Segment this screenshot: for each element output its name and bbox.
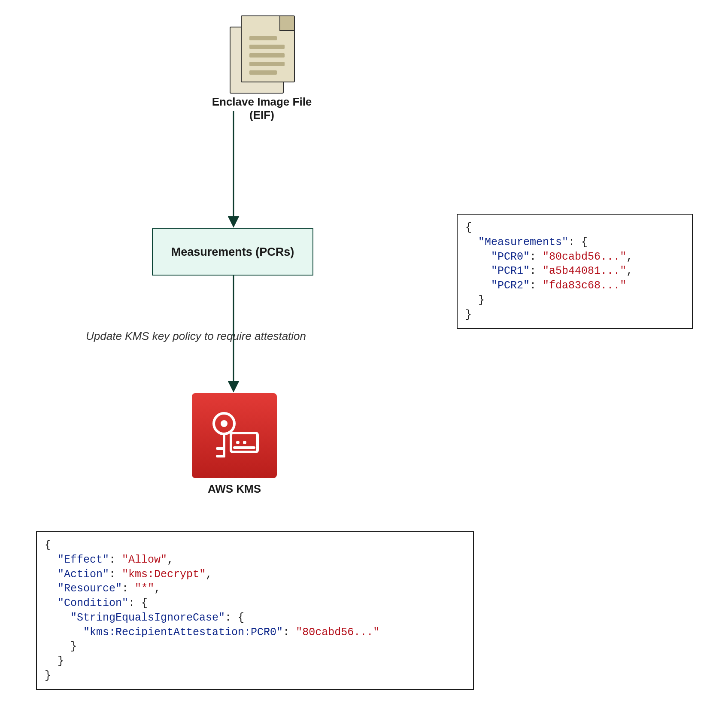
document-icon: [230, 15, 294, 92]
edge-label: Update KMS key policy to require attesta…: [86, 330, 306, 343]
kms-label: AWS KMS: [185, 482, 284, 496]
svg-point-5: [236, 441, 240, 444]
eif-node: Enclave Image File (EIF): [210, 15, 313, 122]
json-key: PCR1: [497, 265, 523, 277]
measurements-label: Measurements (PCRs): [171, 245, 294, 259]
json-value: 80cabd56...: [302, 626, 373, 639]
json-value: fda83c68...: [549, 279, 620, 292]
json-key: PCR2: [497, 279, 523, 292]
json-value: Allow: [128, 554, 161, 566]
json-key: StringEqualsIgnoreCase: [77, 612, 218, 624]
json-key: Resource: [64, 582, 115, 595]
json-value: kms:Decrypt: [128, 568, 199, 581]
json-key: Effect: [64, 554, 103, 566]
measurements-box: Measurements (PCRs): [152, 228, 313, 276]
diagram-canvas: Enclave Image File (EIF) Measurements (P…: [0, 0, 728, 727]
measurements-json: { "Measurements": { "PCR0": "80cabd56...…: [457, 214, 693, 329]
kms-icon: [192, 393, 277, 478]
json-key: PCR0: [497, 251, 523, 263]
svg-point-6: [243, 441, 246, 444]
json-key: Measurements: [485, 236, 562, 248]
svg-point-3: [221, 420, 228, 427]
json-key: Action: [64, 568, 103, 581]
json-key: Condition: [64, 597, 122, 609]
json-value: *: [141, 582, 148, 595]
eif-label: Enclave Image File (EIF): [210, 95, 313, 122]
kms-policy-json: { "Effect": "Allow", "Action": "kms:Decr…: [36, 531, 474, 690]
json-value: a5b44081...: [549, 265, 620, 277]
json-value: 80cabd56...: [549, 251, 620, 263]
json-key: kms:RecipientAttestation:PCR0: [90, 626, 276, 639]
kms-node: AWS KMS: [185, 393, 284, 496]
